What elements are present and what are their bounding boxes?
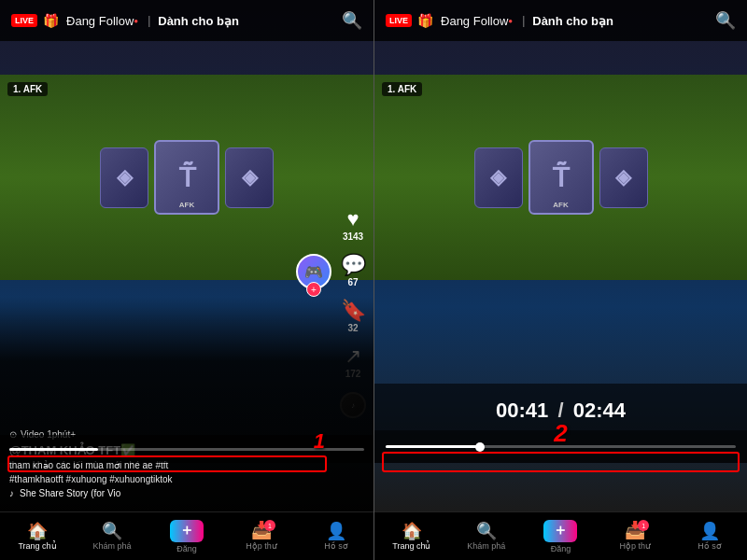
explore-label-right: Khám phá [467,541,505,551]
bottom-nav-right: 🏠 Trang chủ 🔍 Khám phá ＋ Đăng 📥 1 Hộp th… [374,511,747,560]
nav-danh-left[interactable]: Dành cho bạn [158,14,239,28]
home-icon-left: 🏠 [27,523,48,539]
progress-fill-right [386,445,480,448]
nav-inbox-right[interactable]: 📥 1 Hộp thư [598,522,672,551]
char-symbol-r2: ◈ [615,165,631,189]
annotation-number-1: 1 [314,429,325,454]
profile-icon-left: 👤 [326,523,346,539]
nav-dot-right: ● [508,17,513,25]
inbox-badge-right: 1 [638,520,649,531]
top-nav-right: LIVE 🎁 Đang Follow ● | Dành cho bạn 🔍 [374,0,747,41]
gift-icon-left: 🎁 [43,13,59,28]
inbox-icon-wrapper-left: 📥 1 [251,522,272,539]
char-label-main: AFK [156,201,218,209]
char-card-r1: ◈ [474,147,523,208]
add-label-right: Đăng [551,544,571,553]
game-content-right: 1. AFK ◈ T̃ AFK ◈ [374,75,747,280]
nav-add-left[interactable]: ＋ Đăng [149,520,224,553]
add-button-right[interactable]: ＋ [543,520,577,542]
explore-icon-left: 🔍 [102,523,122,539]
progress-fill-left [9,448,98,451]
char-card-r-main: T̃ AFK [529,140,594,215]
comment-icon: 💬 [341,255,366,275]
gift-icon-right: 🎁 [417,13,433,28]
char-card-1: ◈ [100,147,148,208]
like-count: 3143 [343,231,363,242]
inbox-label-left: Hộp thư [246,541,277,551]
comment-count: 67 [347,277,358,287]
music-bar-left: ♪ She Share Story (for Vio [9,488,364,498]
nav-home-left[interactable]: 🏠 Trang chủ [0,523,75,551]
nav-profile-right[interactable]: 👤 Hồ sơ [672,523,747,551]
home-label-left: Trang chủ [18,541,56,551]
char-symbol-main: T̃ [179,162,195,193]
char-cards-left: ◈ T̃ AFK ◈ [0,75,374,280]
overlay-content-left: ⊙ Video 1phút+ @THAM KHẢO TFT✅ tham khảo… [0,297,374,511]
search-icon-right[interactable]: 🔍 [715,10,736,31]
char-symbol-r-main: T̃ [553,162,569,193]
afk-badge-right: 1. AFK [382,82,422,96]
live-badge-left: LIVE [11,14,37,27]
current-time: 00:41 [496,399,548,422]
inbox-badge-left: 1 [264,520,275,531]
add-label-left: Đăng [176,544,197,553]
video-bg: 1. AFK ◈ T̃ AFK ◈ 🎮 + [0,0,374,511]
progress-track-left[interactable] [9,448,364,451]
video-area-right: 1. AFK ◈ T̃ AFK ◈ 00:41 [374,0,747,511]
annotation-number-2: 2 [554,419,567,448]
video-bg-right: 1. AFK ◈ T̃ AFK ◈ 00:41 [374,0,747,511]
explore-icon-right: 🔍 [476,523,497,539]
profile-label-left: Hồ sơ [324,541,348,551]
nav-add-right[interactable]: ＋ Đăng [524,520,599,553]
nav-follow-right[interactable]: Đang Follow [441,14,508,28]
add-button-left[interactable]: ＋ [170,520,204,542]
video-area-left: 1. AFK ◈ T̃ AFK ◈ 🎮 + [0,0,374,511]
comment-action[interactable]: 💬 67 [341,255,366,287]
home-icon-right: 🏠 [402,523,422,539]
inbox-label-right: Hộp thư [620,541,652,551]
total-time: 02:44 [573,399,626,422]
char-symbol-r1: ◈ [490,165,506,189]
nav-separator-left: | [148,14,150,27]
hashtags-left[interactable]: #thamkhaotft #xuhuong #xuhuongtiktok [9,474,364,484]
profile-icon-right: 👤 [699,523,720,539]
explore-label-left: Khám phá [92,541,131,551]
inbox-icon-wrapper-right: 📥 1 [625,522,645,539]
user-profile-left: 🎮 + [296,254,331,297]
follow-plus-left[interactable]: + [306,282,321,297]
char-cards-right: ◈ T̃ AFK ◈ [374,75,747,280]
nav-danh-right[interactable]: Dành cho bạn [532,14,613,28]
char-symbol-2: ◈ [242,165,258,189]
profile-label-right: Hồ sơ [698,541,722,551]
search-icon-left[interactable]: 🔍 [342,10,362,31]
nav-follow-left[interactable]: Đang Follow [66,14,134,28]
nav-separator-right: | [522,14,525,27]
add-icon-left: ＋ [179,521,194,540]
music-note-icon: ♪ [9,488,14,498]
music-text-left: She Share Story (for Vio [20,488,364,498]
add-icon-right: ＋ [553,521,568,540]
char-card-main: T̃ AFK [154,140,219,215]
nav-inbox-left[interactable]: 📥 1 Hộp thư [224,522,299,551]
right-panel: 1. AFK ◈ T̃ AFK ◈ 00:41 [374,0,747,560]
char-label-r-main: AFK [530,201,592,209]
nav-explore-right[interactable]: 🔍 Khám phá [449,523,524,551]
nav-home-right[interactable]: 🏠 Trang chủ [374,523,449,551]
char-card-2: ◈ [225,147,274,208]
nav-dot-left: ● [134,17,138,25]
game-content-left: 1. AFK ◈ T̃ AFK ◈ [0,75,374,280]
char-symbol-1: ◈ [117,165,133,189]
nav-explore-left[interactable]: 🔍 Khám phá [75,523,149,551]
like-icon: ♥ [346,209,359,230]
nav-profile-left[interactable]: 👤 Hồ sơ [299,523,374,551]
bottom-nav-left: 🏠 Trang chủ 🔍 Khám phá ＋ Đăng 📥 1 Hộp th… [0,511,374,560]
top-nav-left: LIVE 🎁 Đang Follow ● | Dành cho bạn 🔍 [0,0,374,41]
left-panel: 1. AFK ◈ T̃ AFK ◈ 🎮 + [0,0,374,560]
afk-badge-left: 1. AFK [7,82,48,96]
live-badge-right: LIVE [386,14,412,27]
char-card-r2: ◈ [599,147,648,208]
home-label-right: Trang chủ [392,541,430,551]
progress-thumb-right[interactable] [475,442,485,452]
like-action[interactable]: ♥ 3143 [343,209,363,242]
